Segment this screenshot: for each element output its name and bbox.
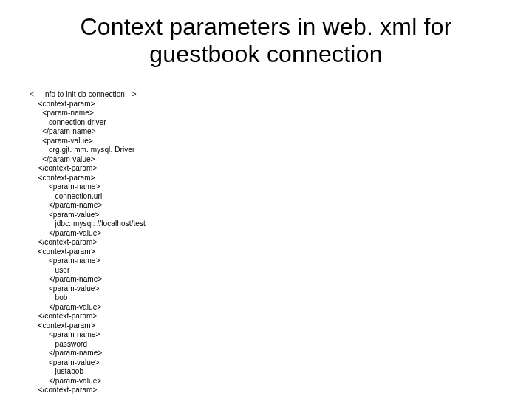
xml-code-block: <!-- info to init db connection --> <con… xyxy=(30,90,146,395)
slide: Context parameters in web. xml for guest… xyxy=(0,0,532,399)
slide-title: Context parameters in web. xml for guest… xyxy=(0,0,532,71)
